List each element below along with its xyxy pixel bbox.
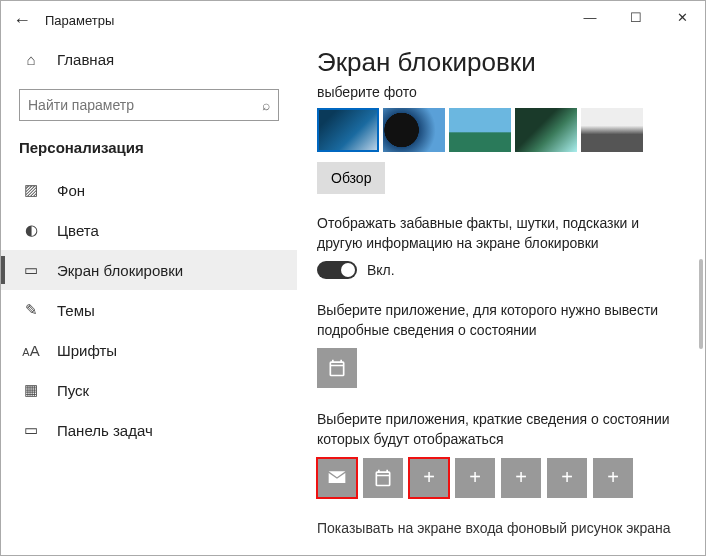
quick-app-slot-4[interactable]: + <box>455 458 495 498</box>
start-icon: ▦ <box>19 381 43 399</box>
themes-icon: ✎ <box>19 301 43 319</box>
quick-app-slot-3[interactable]: + <box>409 458 449 498</box>
main-content: Экран блокировки выберите фото Обзор Ото… <box>297 39 705 555</box>
close-button[interactable]: ✕ <box>659 1 705 33</box>
show-bg-label: Показывать на экране входа фоновый рисун… <box>317 520 681 536</box>
scrollbar[interactable] <box>699 259 703 349</box>
nav-start[interactable]: ▦ Пуск <box>1 370 297 410</box>
search-icon: ⌕ <box>262 97 270 113</box>
nav-taskbar[interactable]: ▭ Панель задач <box>1 410 297 450</box>
nav-label: Главная <box>57 51 114 68</box>
window-controls: — ☐ ✕ <box>567 1 705 33</box>
fun-facts-label: Отображать забавные факты, шутки, подска… <box>317 214 681 253</box>
palette-icon: ◐ <box>19 221 43 239</box>
nav-label: Панель задач <box>57 422 153 439</box>
wallpaper-thumb-1[interactable] <box>317 108 379 152</box>
plus-icon: + <box>561 466 573 489</box>
quick-app-slot-6[interactable]: + <box>547 458 587 498</box>
detailed-app-label: Выберите приложение, для которого нужно … <box>317 301 681 340</box>
toggle-state: Вкл. <box>367 262 395 278</box>
quick-app-slot-5[interactable]: + <box>501 458 541 498</box>
plus-icon: + <box>607 466 619 489</box>
nav-label: Цвета <box>57 222 99 239</box>
wallpaper-thumb-3[interactable] <box>449 108 511 152</box>
nav-fonts[interactable]: AA Шрифты <box>1 330 297 370</box>
wallpaper-thumb-2[interactable] <box>383 108 445 152</box>
wallpaper-thumb-5[interactable] <box>581 108 643 152</box>
plus-icon: + <box>469 466 481 489</box>
picture-icon: ▨ <box>19 181 43 199</box>
wallpaper-thumbnails <box>317 108 681 152</box>
page-heading: Экран блокировки <box>317 47 681 78</box>
nav-colors[interactable]: ◐ Цвета <box>1 210 297 250</box>
choose-photo-label: выберите фото <box>317 84 681 100</box>
titlebar: ← Параметры — ☐ ✕ <box>1 1 705 39</box>
nav-label: Пуск <box>57 382 89 399</box>
quick-app-slot-1[interactable] <box>317 458 357 498</box>
fonts-icon: AA <box>19 342 43 359</box>
category-title: Персонализация <box>19 139 279 156</box>
quick-app-slot-2[interactable] <box>363 458 403 498</box>
browse-button[interactable]: Обзор <box>317 162 385 194</box>
nav-label: Шрифты <box>57 342 117 359</box>
plus-icon: + <box>423 466 435 489</box>
wallpaper-thumb-4[interactable] <box>515 108 577 152</box>
minimize-button[interactable]: — <box>567 1 613 33</box>
nav-themes[interactable]: ✎ Темы <box>1 290 297 330</box>
search-input[interactable] <box>28 97 262 113</box>
detailed-app-slot[interactable] <box>317 348 357 388</box>
calendar-icon <box>373 468 393 488</box>
nav-label: Фон <box>57 182 85 199</box>
maximize-button[interactable]: ☐ <box>613 1 659 33</box>
nav-label: Экран блокировки <box>57 262 183 279</box>
quick-apps-label: Выберите приложения, краткие сведения о … <box>317 410 681 449</box>
quick-app-slot-7[interactable]: + <box>593 458 633 498</box>
calendar-icon <box>327 358 347 378</box>
search-box[interactable]: ⌕ <box>19 89 279 121</box>
nav-home[interactable]: ⌂ Главная <box>1 39 297 79</box>
mail-icon <box>327 468 347 488</box>
taskbar-icon: ▭ <box>19 421 43 439</box>
nav-lockscreen[interactable]: ▭ Экран блокировки <box>1 250 297 290</box>
fun-facts-toggle[interactable] <box>317 261 357 279</box>
nav-label: Темы <box>57 302 95 319</box>
sidebar: ⌂ Главная ⌕ Персонализация ▨ Фон ◐ Цвета… <box>1 39 297 555</box>
plus-icon: + <box>515 466 527 489</box>
lockscreen-icon: ▭ <box>19 261 43 279</box>
home-icon: ⌂ <box>19 51 43 68</box>
back-icon[interactable]: ← <box>13 10 41 31</box>
window-title: Параметры <box>45 13 114 28</box>
nav-background[interactable]: ▨ Фон <box>1 170 297 210</box>
